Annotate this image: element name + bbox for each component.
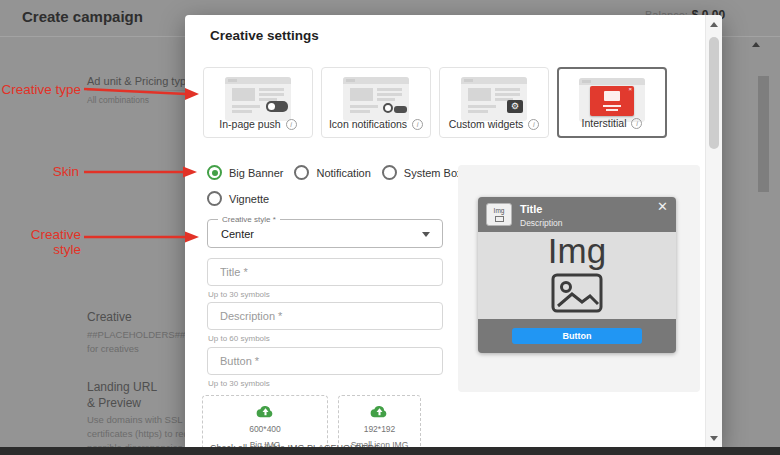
section-creative: Creative (87, 310, 132, 324)
description-input[interactable] (207, 302, 443, 330)
creative-style-select-value: Center (221, 228, 254, 240)
creative-style-select[interactable]: Creative style * Center (207, 219, 443, 248)
page-title: Create campaign (22, 8, 143, 25)
preview-title: Title (520, 203, 542, 215)
notification-pill-glyph (394, 106, 407, 113)
skin-radio-row-2: Vignette (207, 191, 269, 206)
bottom-edge-bar (0, 447, 780, 455)
button-input[interactable] (207, 347, 443, 375)
button-helper: Up to 30 symbols (208, 379, 270, 388)
creative-type-in-page-push[interactable]: In-page push (203, 67, 313, 138)
icon-notifications-illustration (343, 77, 409, 121)
scroll-up-icon[interactable] (710, 22, 718, 27)
close-icon: ✕ (657, 200, 668, 214)
upload-cloud-icon (254, 404, 277, 419)
preview-image-area: Img (478, 232, 676, 319)
creative-type-label: Interstitial (582, 117, 627, 129)
preview-icon-label: Img (487, 206, 511, 215)
radio-vignette[interactable] (207, 191, 222, 206)
radio-big-banner[interactable] (207, 165, 222, 180)
section-landing-url: Landing URL (87, 380, 157, 394)
title-input[interactable] (207, 258, 443, 286)
creative-type-cards: In-page push Icon notifications (203, 67, 667, 138)
upload-size: 600*400 (203, 424, 327, 434)
radio-label[interactable]: System Box (404, 167, 463, 179)
chevron-down-icon (422, 232, 430, 237)
annotation-arrow-creative-style-icon (82, 229, 200, 245)
creative-preview-panel: Img Title Description ✕ Img Button (458, 165, 700, 392)
scroll-down-icon[interactable] (710, 436, 718, 441)
info-icon[interactable] (412, 119, 423, 130)
push-toggle-glyph (266, 101, 288, 112)
creative-placeholders-text: ##PLACEHOLDERS## (87, 329, 185, 340)
upload-size: 192*192 (339, 424, 420, 434)
info-icon[interactable] (286, 119, 297, 130)
skin-option-notification[interactable]: Notification (294, 165, 370, 180)
image-placeholder-icon (550, 272, 604, 314)
info-icon[interactable] (528, 119, 539, 130)
interstitial-red-card-glyph (590, 86, 634, 116)
section-landing-preview: & Preview (87, 396, 141, 410)
creative-type-custom-widgets[interactable]: Custom widgets (439, 67, 549, 138)
annotation-creative-style: Creative style (0, 227, 81, 257)
annotation-arrow-skin-icon (80, 164, 198, 180)
annotation-arrow-creative-type-icon (82, 84, 200, 102)
preview-button: Button (512, 328, 642, 344)
skin-option-vignette[interactable]: Vignette (207, 191, 269, 206)
interstitial-illustration (579, 78, 645, 122)
modal-title: Creative settings (210, 28, 319, 43)
skin-option-system-box[interactable]: System Box (382, 165, 463, 180)
creative-style-select-label: Creative style * (218, 215, 280, 224)
image-icon (495, 216, 504, 222)
upload-row: 600*400 Big IMG 192*192 Small icon IMG (202, 395, 421, 448)
notification-circle-glyph (383, 103, 393, 113)
preview-icon-chip: Img (486, 203, 512, 226)
radio-notification[interactable] (294, 165, 309, 180)
radio-system-box[interactable] (382, 165, 397, 180)
preview-img-text: Img (478, 232, 676, 270)
creative-type-icon-notifications[interactable]: Icon notifications (321, 67, 431, 138)
gear-icon (507, 100, 523, 113)
title-helper: Up to 30 symbols (208, 290, 270, 299)
custom-widgets-illustration (461, 77, 527, 121)
description-helper: Up to 60 symbols (208, 334, 270, 343)
radio-label[interactable]: Big Banner (229, 167, 283, 179)
info-icon[interactable] (631, 118, 642, 129)
in-page-push-illustration (225, 77, 291, 121)
creative-type-label: In-page push (219, 118, 280, 130)
page-scroll-up-icon[interactable] (752, 42, 760, 47)
small-icon-img-upload-dropzone[interactable]: 192*192 Small icon IMG (338, 395, 421, 448)
skin-option-big-banner[interactable]: Big Banner (207, 165, 283, 180)
radio-label[interactable]: Vignette (229, 193, 269, 205)
modal-scrollbar[interactable] (705, 15, 722, 448)
skin-radio-row-1: Big Banner Notification System Box (207, 165, 463, 180)
landing-desc-1: Use domains with SSL (87, 414, 183, 425)
page-scrollbar-thumb[interactable] (758, 76, 769, 192)
creative-type-label: Icon notifications (329, 118, 407, 130)
creative-type-interstitial[interactable]: Interstitial (557, 67, 667, 138)
annotation-skin: Skin (0, 164, 79, 179)
radio-label[interactable]: Notification (316, 167, 370, 179)
big-img-upload-dropzone[interactable]: 600*400 Big IMG (202, 395, 328, 448)
ad-preview-card: Img Title Description ✕ Img Button (478, 197, 676, 353)
preview-description: Description (520, 218, 563, 228)
upload-cloud-icon (368, 404, 391, 419)
creative-settings-modal: Creative settings In-page push (185, 15, 722, 448)
modal-scrollbar-thumb[interactable] (709, 37, 719, 149)
creative-subtext: for creatives (87, 343, 139, 354)
creative-type-label: Custom widgets (449, 118, 524, 130)
annotation-creative-type: Creative type (0, 82, 81, 97)
